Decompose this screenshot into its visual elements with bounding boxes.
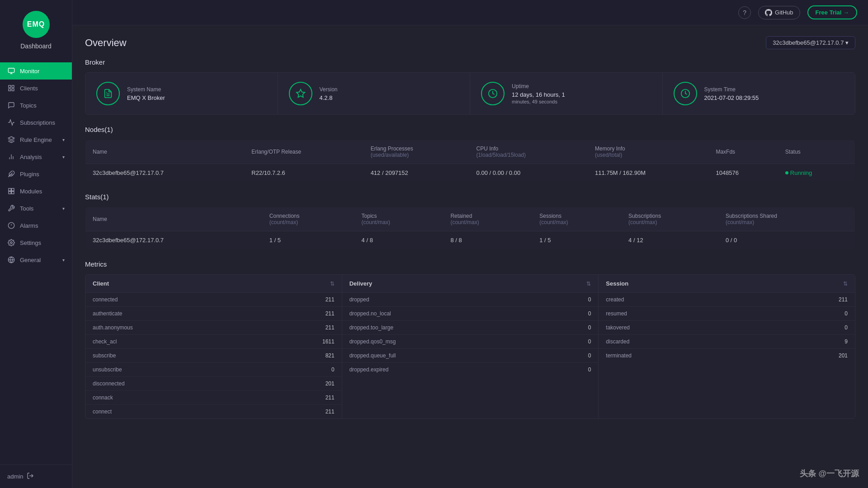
sidebar: EMQ Dashboard Monitor Clients Topics — [0, 0, 72, 488]
metrics-row: dropped0 — [342, 293, 599, 307]
sidebar-item-subscriptions[interactable]: Subscriptions — [0, 114, 72, 131]
metrics-row: dropped.queue_full0 — [342, 349, 599, 363]
sidebar-item-modules[interactable]: Modules — [0, 183, 72, 200]
metric-val: 201 — [839, 352, 848, 359]
col-sessions: Sessions(count/max) — [532, 207, 621, 231]
node-selector-value: 32c3dbefbe65@172.17.0.7 ▾ — [773, 39, 849, 46]
sidebar-item-general[interactable]: General ▾ — [0, 251, 72, 268]
free-trial-button[interactable]: Free Trial → — [807, 5, 857, 19]
sidebar-item-label: Clients — [20, 85, 38, 92]
sort-icon[interactable]: ⇅ — [843, 281, 848, 287]
metrics-row: disconnected201 — [85, 377, 342, 391]
metrics-row: subscribe821 — [85, 349, 342, 363]
svg-rect-0 — [8, 68, 14, 72]
clients-icon — [7, 84, 15, 92]
sidebar-item-alarms[interactable]: Alarms — [0, 217, 72, 234]
metric-key: resumed — [606, 310, 627, 317]
sidebar-item-settings[interactable]: Settings — [0, 234, 72, 251]
sidebar-item-analysis[interactable]: Analysis ▾ — [0, 148, 72, 165]
metrics-row: dropped.no_local0 — [342, 307, 599, 321]
sort-icon[interactable]: ⇅ — [330, 281, 335, 287]
sidebar-item-topics[interactable]: Topics — [0, 97, 72, 114]
metrics-delivery-header: Delivery ⇅ — [342, 275, 599, 293]
system-name-icon — [96, 82, 120, 105]
metrics-session-title: Session — [606, 280, 628, 287]
metric-key: dropped.no_local — [349, 310, 391, 317]
broker-card-system-name: System Name EMQ X Broker — [85, 73, 278, 114]
metrics-delivery-title: Delivery — [349, 280, 373, 287]
sidebar-item-label: Tools — [20, 205, 33, 212]
nodes-table-header: Name Erlang/OTP Release Erlang Processes… — [85, 140, 855, 164]
metric-val: 211 — [326, 394, 335, 401]
broker-card-version: Version 4.2.8 — [278, 73, 471, 114]
topics-icon — [7, 101, 15, 109]
stat-subscriptions: 4 / 12 — [621, 231, 718, 249]
metric-val: 0 — [844, 310, 848, 317]
metrics-row: unsubscribe0 — [85, 363, 342, 377]
metrics-client-header: Client ⇅ — [85, 275, 342, 293]
system-name-value: EMQ X Broker — [127, 94, 267, 101]
metrics-row: dropped.too_large0 — [342, 321, 599, 335]
svg-marker-7 — [8, 136, 14, 140]
logout-icon[interactable] — [27, 472, 34, 481]
node-selector[interactable]: 32c3dbefbe65@172.17.0.7 ▾ — [766, 36, 855, 49]
metric-key: auth.anonymous — [93, 324, 133, 331]
metric-key: dropped.too_large — [349, 324, 393, 331]
svg-rect-16 — [12, 192, 14, 194]
stat-sessions: 1 / 5 — [532, 231, 621, 249]
stat-subscriptions-shared: 0 / 0 — [718, 231, 855, 249]
stats-table-header: Name Connections(count/max) Topics(count… — [85, 207, 855, 231]
svg-rect-14 — [12, 188, 14, 191]
metrics-col-session: Session ⇅ created211 resumed0 takovered0… — [599, 275, 855, 418]
metric-key: connect — [93, 408, 112, 415]
svg-rect-6 — [12, 89, 14, 91]
broker-info-version: Version 4.2.8 — [320, 86, 459, 101]
broker-title: Broker — [85, 58, 855, 66]
metric-val: 821 — [326, 352, 335, 359]
metrics-row: takovered0 — [599, 321, 855, 335]
metric-key: dropped.expired — [349, 366, 389, 373]
metrics-grid: Client ⇅ connected211 authenticate211 au… — [85, 274, 855, 419]
stat-retained: 8 / 8 — [443, 231, 532, 249]
system-name-label: System Name — [127, 86, 267, 93]
stats-section: Stats(1) Name Connections(count/max) Top… — [85, 193, 855, 249]
broker-card-uptime: Uptime 12 days, 16 hours, 1 minutes, 49 … — [470, 73, 663, 114]
uptime-value: 12 days, 16 hours, 1 — [512, 91, 651, 98]
sidebar-item-label: Rule Engine — [20, 136, 52, 143]
sidebar-logo: EMQ Dashboard — [0, 0, 72, 59]
stats-table: Name Connections(count/max) Topics(count… — [85, 207, 855, 249]
metrics-row: discarded9 — [599, 335, 855, 349]
metric-val: 211 — [326, 324, 335, 331]
metric-key: created — [606, 296, 624, 303]
sidebar-item-label: Modules — [20, 188, 42, 195]
sidebar-item-rule-engine[interactable]: Rule Engine ▾ — [0, 131, 72, 148]
metric-val: 0 — [588, 366, 591, 373]
nodes-section: Nodes(1) Name Erlang/OTP Release Erlang … — [85, 126, 855, 182]
sidebar-item-plugins[interactable]: Plugins — [0, 165, 72, 183]
col-topics: Topics(count/max) — [354, 207, 443, 231]
metric-key: connack — [93, 394, 113, 401]
monitor-icon — [7, 67, 15, 75]
col-cpu-info: CPU Info(1load/5load/15load) — [469, 140, 588, 164]
page-content: Overview 32c3dbefbe65@172.17.0.7 ▾ Broke… — [72, 25, 868, 488]
stat-name: 32c3dbefbe65@172.17.0.7 — [85, 231, 262, 249]
metric-val: 9 — [844, 338, 848, 345]
sidebar-item-label: General — [20, 257, 41, 263]
col-memory-info: Memory Info(used/total) — [588, 140, 708, 164]
help-button[interactable]: ? — [738, 6, 751, 19]
svg-rect-15 — [9, 192, 11, 194]
broker-info-uptime: Uptime 12 days, 16 hours, 1 minutes, 49 … — [512, 83, 651, 104]
sort-icon[interactable]: ⇅ — [586, 281, 591, 287]
sidebar-item-clients[interactable]: Clients — [0, 80, 72, 97]
metric-key: authenticate — [93, 310, 122, 317]
settings-icon — [7, 239, 15, 247]
logo-icon: EMQ — [23, 11, 50, 38]
github-button[interactable]: GitHub — [758, 6, 800, 19]
sidebar-item-label: Settings — [20, 239, 41, 246]
chevron-down-icon: ▾ — [62, 258, 65, 263]
sidebar-item-monitor[interactable]: Monitor — [0, 62, 72, 80]
col-maxfds: MaxFds — [708, 140, 778, 164]
metrics-title: Metrics — [85, 260, 855, 268]
sidebar-item-tools[interactable]: Tools ▾ — [0, 200, 72, 217]
metrics-row: dropped.expired0 — [342, 363, 599, 376]
